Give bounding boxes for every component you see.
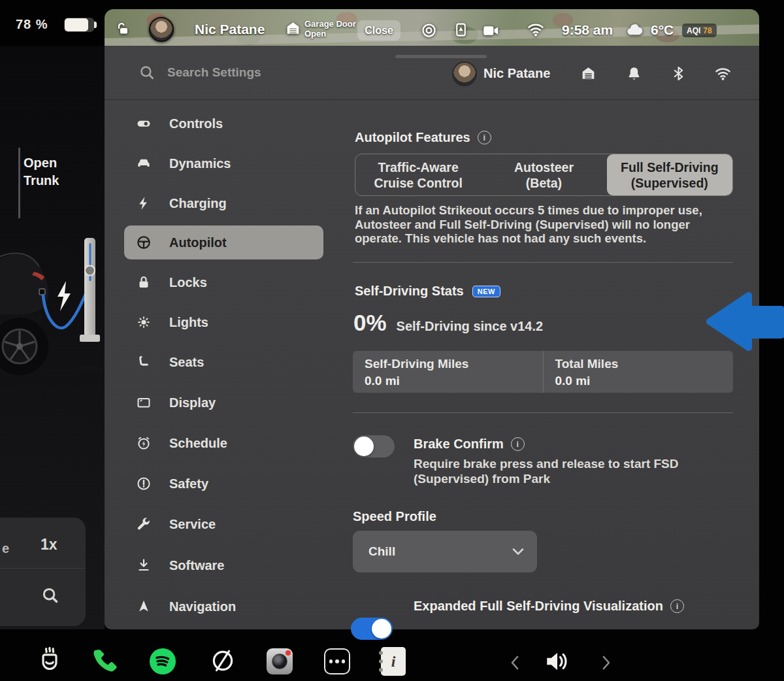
bluetooth-icon[interactable] (670, 65, 687, 82)
strikeout-warning-text: If an Autopilot Strikeout occurs 5 times… (355, 203, 739, 246)
new-badge: NEW (472, 286, 500, 297)
tab-traffic-aware-cruise-control[interactable]: Traffic-Aware Cruise Control (355, 154, 481, 195)
driver-avatar[interactable] (149, 17, 174, 42)
garage-home-icon (285, 20, 301, 37)
aqi-label: AQI (687, 26, 700, 35)
speed-profile-label: Speed Profile (353, 509, 436, 524)
garage-icon[interactable] (580, 65, 596, 82)
brake-confirm-label: Brake Confirm (414, 437, 504, 452)
schedule-icon (136, 435, 152, 451)
volume-icon[interactable] (544, 648, 571, 674)
brake-confirm-description: Require brake press and release to start… (414, 456, 688, 486)
sidebar-item-navigation[interactable]: Navigation (124, 590, 323, 623)
sidebar-item-autopilot[interactable]: Autopilot (124, 225, 323, 259)
miles-stats-card: Self-Driving Miles 0.0 mi Total Miles 0.… (353, 351, 733, 393)
lock-icon (136, 274, 152, 290)
expanded-visualization-toggle[interactable] (351, 618, 393, 640)
garage-door-line2: Open (304, 29, 356, 39)
profile-avatar[interactable] (452, 61, 477, 86)
spotify-icon[interactable] (148, 647, 177, 676)
expanded-visualization-info-icon[interactable]: i (670, 599, 684, 613)
bell-icon[interactable] (626, 65, 642, 82)
section-divider-1 (353, 262, 733, 263)
sidebar-item-charging[interactable]: Charging (124, 186, 323, 220)
sidebar-item-lights[interactable]: Lights (124, 305, 323, 339)
charging-car-illustration (0, 216, 105, 516)
topbar-wifi-icon[interactable] (527, 22, 545, 37)
self-driving-caption: Self-Driving since v14.2 (397, 319, 544, 334)
summon-icon[interactable] (453, 22, 469, 38)
autopilot-feature-tabs: Traffic-Aware Cruise Control Autosteer (… (355, 154, 733, 196)
temperature[interactable]: 6°C (651, 22, 674, 38)
autopilot-features-header: Autopilot Features i (355, 130, 491, 145)
more-apps-icon[interactable] (324, 648, 350, 674)
self-driving-stats-title: Self-Driving Stats (355, 284, 464, 299)
brake-confirm-info-icon[interactable]: i (511, 437, 525, 451)
unlocked-icon[interactable] (115, 21, 131, 37)
chevron-left-icon[interactable] (510, 656, 520, 670)
self-driving-percent-row: 0% Self-Driving since v14.2 (353, 310, 543, 336)
sidebar-item-software[interactable]: Software (124, 548, 323, 582)
brake-confirm-toggle[interactable] (353, 435, 395, 457)
close-button[interactable]: Close (357, 20, 400, 41)
sidebar-item-controls[interactable]: Controls (124, 107, 323, 141)
tab-autosteer-beta[interactable]: Autosteer (Beta) (481, 154, 606, 195)
seat-icon (136, 354, 152, 370)
garage-door-status[interactable]: Garage Door Open (304, 20, 356, 39)
dashcam-icon[interactable] (482, 23, 500, 39)
speed-profile-dropdown[interactable]: Chill (353, 531, 537, 573)
search-settings-input[interactable]: Search Settings (167, 65, 261, 80)
self-driving-miles-cell: Self-Driving Miles 0.0 mi (353, 351, 543, 393)
wrench-icon (136, 516, 152, 532)
camera-icon[interactable] (267, 648, 293, 674)
media-divider (0, 568, 86, 569)
clipped-media-text: e (2, 541, 9, 556)
owners-manual-icon[interactable]: i (381, 647, 406, 676)
speed-profile-value: Chill (368, 544, 395, 559)
section-divider-2 (353, 412, 733, 413)
hot-drink-icon[interactable] (36, 646, 63, 677)
autopilot-features-title: Autopilot Features (355, 130, 470, 145)
playback-speed-button[interactable]: 1x (41, 536, 57, 554)
vehicle-visualization-area: Open Trunk (0, 46, 105, 629)
car-icon (136, 156, 152, 171)
battery-icon (64, 18, 94, 32)
steering-wheel-icon (136, 235, 152, 250)
profile-name[interactable]: Nic Patane (483, 66, 550, 81)
self-driving-stats-header: Self-Driving Stats NEW (355, 284, 500, 299)
browser-icon[interactable] (209, 647, 237, 674)
open-trunk-button[interactable]: Open Trunk (24, 154, 59, 190)
display-icon (136, 395, 152, 410)
drag-handle[interactable] (395, 55, 487, 58)
sidebar-item-locks[interactable]: Locks (124, 265, 323, 299)
clock: 9:58 am (562, 22, 613, 38)
sidebar-item-dynamics[interactable]: Dynamics (124, 146, 323, 180)
bolt-icon (136, 195, 152, 211)
header-divider (105, 99, 759, 100)
annotation-arrow (704, 285, 784, 359)
aqi-badge: AQI 78 (682, 24, 717, 37)
driver-name[interactable]: Nic Patane (195, 22, 265, 37)
expanded-visualization-header: Expanded Full Self-Driving Visualization… (414, 599, 684, 614)
record-icon[interactable] (420, 22, 438, 39)
media-search-icon[interactable] (41, 586, 60, 605)
sidebar-item-schedule[interactable]: Schedule (124, 426, 323, 460)
chevron-right-icon[interactable] (601, 656, 612, 670)
self-driving-percent: 0% (353, 310, 387, 336)
phone-icon[interactable] (90, 646, 120, 676)
navigation-icon (136, 599, 152, 614)
header-wifi-icon[interactable] (714, 66, 732, 81)
open-trunk-line2: Trunk (24, 172, 59, 190)
features-info-icon[interactable]: i (478, 131, 491, 144)
sidebar-item-display[interactable]: Display (124, 386, 323, 420)
sidebar-item-service[interactable]: Service (124, 507, 323, 541)
open-trunk-line1: Open (24, 154, 59, 172)
aqi-value: 78 (703, 26, 711, 35)
light-icon (136, 314, 152, 330)
left-divider-line (18, 148, 20, 218)
tab-full-self-driving-supervised[interactable]: Full Self-Driving (Supervised) (607, 154, 732, 195)
search-icon[interactable] (139, 64, 155, 81)
safety-icon (136, 476, 152, 491)
sidebar-item-safety[interactable]: Safety (124, 467, 323, 501)
sidebar-item-seats[interactable]: Seats (124, 345, 323, 379)
